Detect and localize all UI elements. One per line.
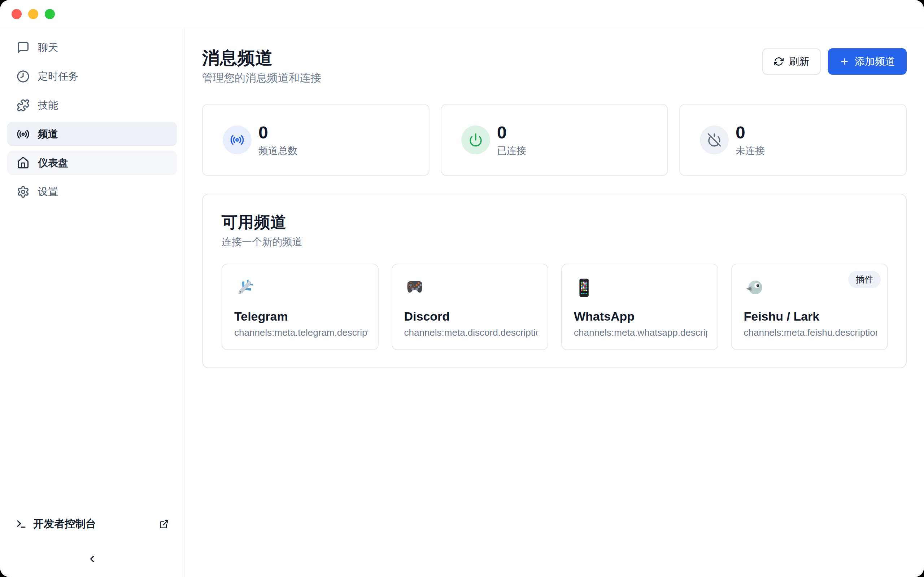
sidebar-item-label: 技能 xyxy=(38,98,58,112)
stat-value: 0 xyxy=(258,123,297,142)
sidebar-item-label: 设置 xyxy=(38,185,58,199)
section-title: 可用频道 xyxy=(221,213,888,232)
radio-icon xyxy=(223,126,252,154)
channel-name: WhatsApp xyxy=(574,309,708,324)
developer-console-label: 开发者控制台 xyxy=(33,517,96,531)
channel-description: channels:meta.discord.description xyxy=(404,326,538,338)
channel-card-whatsapp[interactable]: WhatsApp channels:meta.whatsapp.descript… xyxy=(561,264,718,350)
channel-card-telegram[interactable]: Telegram channels:meta.telegram.descript… xyxy=(221,264,379,350)
sidebar-item-dashboard[interactable]: 仪表盘 xyxy=(7,151,177,175)
channel-description: channels:meta.telegram.description xyxy=(234,326,368,338)
power-off-icon xyxy=(700,126,729,154)
plugin-badge: 插件 xyxy=(848,271,881,288)
close-window-button[interactable] xyxy=(11,9,22,19)
page-subtitle: 管理您的消息频道和连接 xyxy=(202,71,321,85)
sidebar-item-channels[interactable]: 频道 xyxy=(7,122,177,146)
collapse-sidebar-button[interactable] xyxy=(84,551,100,567)
sidebar-item-label: 定时任务 xyxy=(38,69,78,83)
stat-card-connected: 0 已连接 xyxy=(441,104,668,176)
clock-icon xyxy=(16,70,30,83)
page-title: 消息频道 xyxy=(202,48,321,69)
zoom-window-button[interactable] xyxy=(45,9,55,19)
sidebar-item-label: 聊天 xyxy=(38,41,58,55)
stat-label: 未连接 xyxy=(736,145,765,157)
sidebar-item-scheduled-tasks[interactable]: 定时任务 xyxy=(7,64,177,89)
channel-card-feishu[interactable]: 插件 Feishu / Lark channels:meta.feishu.de… xyxy=(731,264,888,350)
external-link-icon[interactable] xyxy=(159,519,169,529)
add-channel-button[interactable]: 添加频道 xyxy=(828,48,907,75)
channel-name: Telegram xyxy=(234,309,368,324)
plus-icon xyxy=(840,56,849,66)
stat-value: 0 xyxy=(736,123,765,142)
minimize-window-button[interactable] xyxy=(28,9,38,19)
puzzle-icon xyxy=(16,99,30,112)
channel-description: channels:meta.feishu.description xyxy=(744,326,877,338)
available-channels-section: 可用频道 连接一个新的频道 xyxy=(202,193,907,368)
stat-label: 已连接 xyxy=(497,145,526,157)
gear-icon xyxy=(16,185,30,198)
power-icon xyxy=(461,126,490,154)
sidebar-item-label: 仪表盘 xyxy=(38,156,68,170)
section-subtitle: 连接一个新的频道 xyxy=(221,235,888,248)
airplane-emoji-icon xyxy=(234,277,255,298)
sidebar-item-skills[interactable]: 技能 xyxy=(7,93,177,117)
sidebar-item-settings[interactable]: 设置 xyxy=(7,180,177,204)
sidebar: 聊天 定时任务 技能 频道 xyxy=(0,28,184,577)
radio-icon xyxy=(16,128,30,141)
sidebar-item-label: 频道 xyxy=(38,127,58,141)
main-content: 消息频道 管理您的消息频道和连接 刷新 添加频道 xyxy=(184,28,924,577)
home-icon xyxy=(16,156,30,169)
channel-description: channels:meta.whatsapp.description xyxy=(574,326,708,338)
gamepad-emoji-icon xyxy=(404,277,425,298)
terminal-icon xyxy=(16,519,27,529)
refresh-button[interactable]: 刷新 xyxy=(762,48,821,75)
channel-name: Feishu / Lark xyxy=(744,309,877,324)
titlebar xyxy=(0,0,924,28)
phone-emoji-icon xyxy=(574,277,595,298)
refresh-icon xyxy=(774,56,783,66)
stat-card-total-channels: 0 频道总数 xyxy=(202,104,430,176)
stat-label: 频道总数 xyxy=(258,145,297,157)
bird-emoji-icon xyxy=(744,277,765,298)
channel-card-discord[interactable]: Discord channels:meta.discord.descriptio… xyxy=(392,264,549,350)
add-channel-button-label: 添加频道 xyxy=(855,55,895,69)
refresh-button-label: 刷新 xyxy=(789,55,809,69)
chat-icon xyxy=(16,41,30,54)
sidebar-item-chat[interactable]: 聊天 xyxy=(7,35,177,60)
stat-card-disconnected: 0 未连接 xyxy=(679,104,907,176)
chevron-left-icon xyxy=(87,554,97,564)
stat-value: 0 xyxy=(497,123,526,142)
channel-name: Discord xyxy=(404,309,538,324)
app-window: 聊天 定时任务 技能 频道 xyxy=(0,0,924,577)
developer-console-link[interactable]: 开发者控制台 xyxy=(7,513,177,535)
